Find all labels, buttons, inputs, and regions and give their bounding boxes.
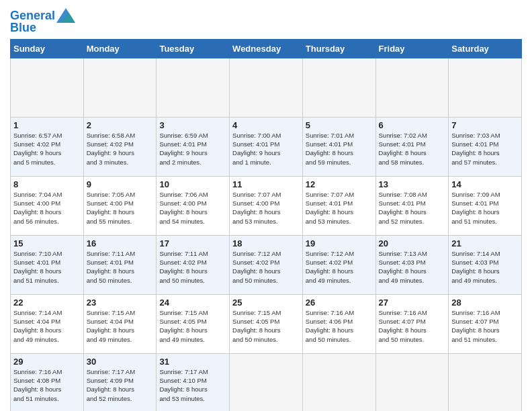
day-number: 18 xyxy=(232,238,300,248)
calendar-cell xyxy=(230,353,303,411)
calendar-week-row: 1Sunrise: 6:57 AM Sunset: 4:02 PM Daylig… xyxy=(11,117,522,176)
day-info: Sunrise: 7:11 AM Sunset: 4:02 PM Dayligh… xyxy=(159,250,208,284)
day-number: 7 xyxy=(451,120,519,130)
calendar-cell: 29Sunrise: 7:16 AM Sunset: 4:08 PM Dayli… xyxy=(11,353,84,411)
calendar-cell: 7Sunrise: 7:03 AM Sunset: 4:01 PM Daylig… xyxy=(449,117,522,176)
calendar-cell: 24Sunrise: 7:15 AM Sunset: 4:05 PM Dayli… xyxy=(157,294,230,353)
day-number: 2 xyxy=(87,120,154,130)
calendar-cell: 10Sunrise: 7:06 AM Sunset: 4:00 PM Dayli… xyxy=(157,176,230,235)
weekday-header-saturday: Saturday xyxy=(449,39,522,58)
calendar-cell: 4Sunrise: 7:00 AM Sunset: 4:01 PM Daylig… xyxy=(230,117,303,176)
day-info: Sunrise: 7:16 AM Sunset: 4:06 PM Dayligh… xyxy=(306,309,354,343)
day-info: Sunrise: 7:03 AM Sunset: 4:01 PM Dayligh… xyxy=(451,132,500,166)
day-number: 17 xyxy=(159,238,226,248)
day-number: 6 xyxy=(379,120,446,130)
calendar-cell: 28Sunrise: 7:16 AM Sunset: 4:07 PM Dayli… xyxy=(449,294,522,353)
day-number: 9 xyxy=(87,179,154,189)
calendar-cell: 6Sunrise: 7:02 AM Sunset: 4:01 PM Daylig… xyxy=(375,117,449,176)
day-info: Sunrise: 7:15 AM Sunset: 4:05 PM Dayligh… xyxy=(232,309,281,343)
day-info: Sunrise: 6:58 AM Sunset: 4:02 PM Dayligh… xyxy=(87,132,135,166)
calendar-cell: 25Sunrise: 7:15 AM Sunset: 4:05 PM Dayli… xyxy=(230,294,303,353)
day-info: Sunrise: 7:07 AM Sunset: 4:01 PM Dayligh… xyxy=(306,191,354,225)
calendar-cell xyxy=(83,58,157,117)
calendar-week-row: 22Sunrise: 7:14 AM Sunset: 4:04 PM Dayli… xyxy=(11,294,522,353)
weekday-header-row: SundayMondayTuesdayWednesdayThursdayFrid… xyxy=(11,39,522,58)
day-info: Sunrise: 7:09 AM Sunset: 4:01 PM Dayligh… xyxy=(451,191,500,225)
calendar-cell: 15Sunrise: 7:10 AM Sunset: 4:01 PM Dayli… xyxy=(11,235,84,294)
calendar-cell: 2Sunrise: 6:58 AM Sunset: 4:02 PM Daylig… xyxy=(83,117,157,176)
calendar-cell xyxy=(157,58,230,117)
calendar-cell xyxy=(449,58,522,117)
calendar-cell: 26Sunrise: 7:16 AM Sunset: 4:06 PM Dayli… xyxy=(302,294,375,353)
weekday-header-tuesday: Tuesday xyxy=(157,39,230,58)
calendar-week-row: 8Sunrise: 7:04 AM Sunset: 4:00 PM Daylig… xyxy=(11,176,522,235)
weekday-header-wednesday: Wednesday xyxy=(230,39,303,58)
day-info: Sunrise: 7:10 AM Sunset: 4:01 PM Dayligh… xyxy=(13,250,62,284)
logo: General Blue xyxy=(10,9,75,35)
calendar-cell: 3Sunrise: 6:59 AM Sunset: 4:01 PM Daylig… xyxy=(157,117,230,176)
day-number: 11 xyxy=(232,179,300,189)
day-number: 26 xyxy=(306,298,373,308)
day-info: Sunrise: 7:11 AM Sunset: 4:01 PM Dayligh… xyxy=(87,250,135,284)
weekday-header-thursday: Thursday xyxy=(302,39,375,58)
day-number: 28 xyxy=(451,298,519,308)
calendar-cell xyxy=(375,58,449,117)
weekday-header-friday: Friday xyxy=(375,39,449,58)
calendar-cell: 14Sunrise: 7:09 AM Sunset: 4:01 PM Dayli… xyxy=(449,176,522,235)
day-number: 16 xyxy=(87,238,154,248)
day-info: Sunrise: 7:12 AM Sunset: 4:02 PM Dayligh… xyxy=(232,250,281,284)
calendar-cell: 22Sunrise: 7:14 AM Sunset: 4:04 PM Dayli… xyxy=(11,294,84,353)
day-info: Sunrise: 7:06 AM Sunset: 4:00 PM Dayligh… xyxy=(159,191,208,225)
day-info: Sunrise: 7:14 AM Sunset: 4:03 PM Dayligh… xyxy=(451,250,500,284)
day-info: Sunrise: 6:57 AM Sunset: 4:02 PM Dayligh… xyxy=(13,132,62,166)
calendar-week-row: 29Sunrise: 7:16 AM Sunset: 4:08 PM Dayli… xyxy=(11,353,522,411)
calendar-cell: 9Sunrise: 7:05 AM Sunset: 4:00 PM Daylig… xyxy=(83,176,157,235)
calendar-cell xyxy=(375,353,449,411)
day-number: 31 xyxy=(159,357,226,367)
logo-text2: Blue xyxy=(10,21,36,34)
calendar-cell xyxy=(449,353,522,411)
page-container: General Blue SundayMondayTuesdayWednesda… xyxy=(0,0,532,411)
day-info: Sunrise: 7:13 AM Sunset: 4:03 PM Dayligh… xyxy=(379,250,427,284)
day-number: 30 xyxy=(87,357,154,367)
logo-icon xyxy=(56,8,75,23)
calendar-cell: 20Sunrise: 7:13 AM Sunset: 4:03 PM Dayli… xyxy=(375,235,449,294)
day-number: 8 xyxy=(13,179,81,189)
day-info: Sunrise: 7:14 AM Sunset: 4:04 PM Dayligh… xyxy=(13,309,62,343)
calendar-cell: 21Sunrise: 7:14 AM Sunset: 4:03 PM Dayli… xyxy=(449,235,522,294)
day-number: 19 xyxy=(306,238,373,248)
calendar-cell xyxy=(302,353,375,411)
day-info: Sunrise: 6:59 AM Sunset: 4:01 PM Dayligh… xyxy=(159,132,208,166)
day-info: Sunrise: 7:04 AM Sunset: 4:00 PM Dayligh… xyxy=(13,191,62,225)
day-number: 12 xyxy=(306,179,373,189)
day-number: 13 xyxy=(379,179,446,189)
day-number: 23 xyxy=(87,298,154,308)
day-info: Sunrise: 7:08 AM Sunset: 4:01 PM Dayligh… xyxy=(379,191,427,225)
day-info: Sunrise: 7:15 AM Sunset: 4:05 PM Dayligh… xyxy=(159,309,208,343)
day-info: Sunrise: 7:01 AM Sunset: 4:01 PM Dayligh… xyxy=(306,132,354,166)
calendar-week-row xyxy=(11,58,522,117)
day-info: Sunrise: 7:00 AM Sunset: 4:01 PM Dayligh… xyxy=(232,132,281,166)
day-number: 15 xyxy=(13,238,81,248)
weekday-header-monday: Monday xyxy=(83,39,157,58)
day-number: 4 xyxy=(232,120,300,130)
calendar-cell: 11Sunrise: 7:07 AM Sunset: 4:00 PM Dayli… xyxy=(230,176,303,235)
calendar-cell: 8Sunrise: 7:04 AM Sunset: 4:00 PM Daylig… xyxy=(11,176,84,235)
calendar-cell xyxy=(11,58,84,117)
day-info: Sunrise: 7:16 AM Sunset: 4:07 PM Dayligh… xyxy=(451,309,500,343)
calendar-cell: 17Sunrise: 7:11 AM Sunset: 4:02 PM Dayli… xyxy=(157,235,230,294)
calendar-cell: 13Sunrise: 7:08 AM Sunset: 4:01 PM Dayli… xyxy=(375,176,449,235)
day-info: Sunrise: 7:05 AM Sunset: 4:00 PM Dayligh… xyxy=(87,191,135,225)
day-number: 10 xyxy=(159,179,226,189)
calendar-cell xyxy=(302,58,375,117)
calendar-cell: 23Sunrise: 7:15 AM Sunset: 4:04 PM Dayli… xyxy=(83,294,157,353)
day-number: 25 xyxy=(232,298,300,308)
calendar-cell: 16Sunrise: 7:11 AM Sunset: 4:01 PM Dayli… xyxy=(83,235,157,294)
day-info: Sunrise: 7:07 AM Sunset: 4:00 PM Dayligh… xyxy=(232,191,281,225)
day-number: 14 xyxy=(451,179,519,189)
calendar-cell: 30Sunrise: 7:17 AM Sunset: 4:09 PM Dayli… xyxy=(83,353,157,411)
day-number: 3 xyxy=(159,120,226,130)
calendar-cell: 1Sunrise: 6:57 AM Sunset: 4:02 PM Daylig… xyxy=(11,117,84,176)
calendar-cell: 31Sunrise: 7:17 AM Sunset: 4:10 PM Dayli… xyxy=(157,353,230,411)
header: General Blue xyxy=(10,7,522,35)
